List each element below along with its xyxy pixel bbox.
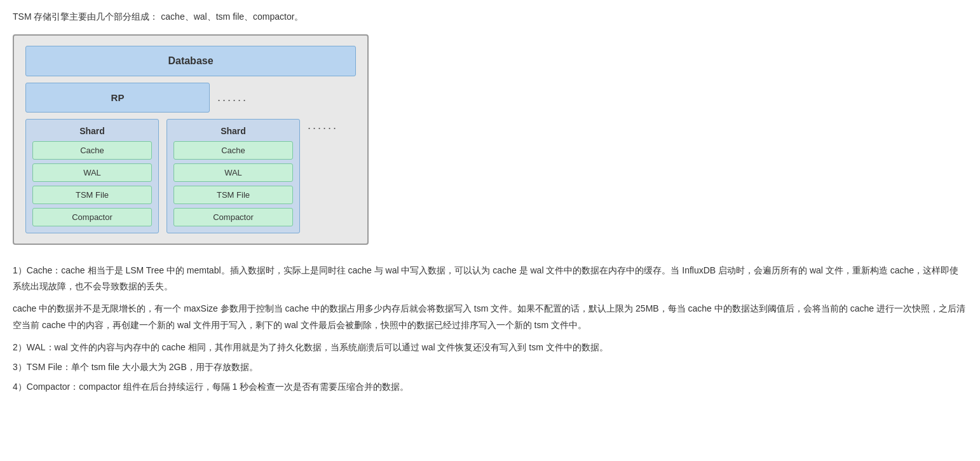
rp-box: RP — [25, 83, 210, 113]
shard2-wal: WAL — [174, 163, 293, 182]
diagram-wrapper: Database RP ...... Shard Cache WAL TSM F… — [13, 34, 967, 245]
desc-cache-1: 1）Cache：cache 相当于是 LSM Tree 中的 memtabl。插… — [13, 263, 967, 294]
shard-dots: ...... — [308, 119, 338, 132]
shard1-tsm-file: TSM File — [32, 186, 152, 204]
diagram-outer: Database RP ...... Shard Cache WAL TSM F… — [13, 34, 369, 245]
shard1-box: Shard Cache WAL TSM File Compactor — [25, 119, 159, 233]
desc-compactor: 4）Compactor：compactor 组件在后台持续运行，每隔 1 秒会检… — [13, 379, 967, 395]
shard1-cache: Cache — [32, 141, 152, 160]
shards-row: Shard Cache WAL TSM File Compactor Shard… — [25, 119, 356, 233]
rp-dots: ...... — [217, 91, 248, 104]
shard1-title: Shard — [32, 126, 152, 136]
shard2-box: Shard Cache WAL TSM File Compactor — [167, 119, 300, 233]
shard1-wal: WAL — [32, 163, 152, 182]
rp-row: RP ...... — [25, 83, 356, 113]
desc-cache-2: cache 中的数据并不是无限增长的，有一个 maxSize 参数用于控制当 c… — [13, 301, 967, 333]
shard2-cache: Cache — [174, 141, 293, 160]
description-section: 1）Cache：cache 相当于是 LSM Tree 中的 memtabl。插… — [13, 263, 967, 395]
shard2-title: Shard — [174, 126, 293, 136]
shard2-compactor: Compactor — [174, 208, 293, 226]
desc-tsm-file: 3）TSM File：单个 tsm file 大小最大为 2GB，用于存放数据。 — [13, 359, 967, 375]
intro-text: TSM 存储引擎主要由几个部分组成： cache、wal、tsm file、co… — [13, 11, 967, 23]
shard1-compactor: Compactor — [32, 208, 152, 226]
database-box: Database — [25, 46, 356, 76]
desc-wal: 2）WAL：wal 文件的内容与内存中的 cache 相同，其作用就是为了持久化… — [13, 340, 967, 355]
shard2-tsm-file: TSM File — [174, 186, 293, 204]
